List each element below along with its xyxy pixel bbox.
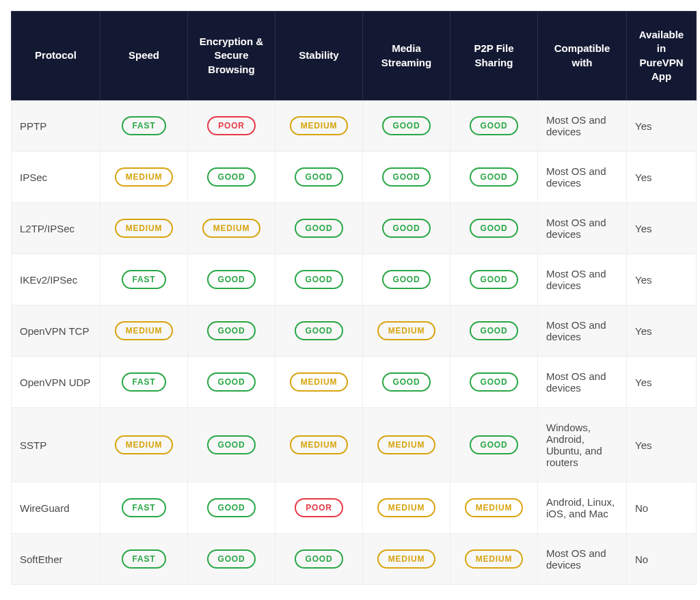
cell-speed: FAST <box>100 357 188 408</box>
cell-compatible: Most OS and devices <box>538 254 627 305</box>
table-body: PPTPFASTPOORMEDIUMGOODGOODMost OS and de… <box>12 100 697 585</box>
cell-speed: FAST <box>100 254 188 305</box>
media-badge: GOOD <box>382 116 431 135</box>
media-badge: GOOD <box>382 219 431 238</box>
header-compatible: Compatible with <box>538 12 627 100</box>
cell-media: GOOD <box>363 100 450 152</box>
header-stability: Stability <box>275 12 363 100</box>
p2p-badge: GOOD <box>470 167 519 187</box>
cell-p2p: MEDIUM <box>450 482 538 534</box>
cell-stability: MEDIUM <box>275 357 363 408</box>
cell-available: Yes <box>627 203 697 254</box>
header-available: Available in PureVPN App <box>627 12 697 100</box>
cell-available: No <box>627 534 697 585</box>
header-encryption: Encryption & Secure Browsing <box>188 12 275 100</box>
cell-protocol: L2TP/IPSec <box>12 203 100 254</box>
cell-compatible: Windows, Android, Ubuntu, and routers <box>538 408 627 482</box>
cell-encryption: GOOD <box>188 254 275 305</box>
cell-stability: GOOD <box>275 254 363 305</box>
table-row: SoftEtherFASTGOODGOODMEDIUMMEDIUMMost OS… <box>12 534 697 585</box>
speed-badge: FAST <box>122 549 167 569</box>
encryption-badge: GOOD <box>207 270 256 289</box>
cell-protocol: SoftEther <box>12 534 100 585</box>
cell-available: No <box>627 482 697 534</box>
table-row: IPSecMEDIUMGOODGOODGOODGOODMost OS and d… <box>12 152 697 203</box>
cell-encryption: GOOD <box>188 408 275 482</box>
cell-speed: MEDIUM <box>100 305 188 357</box>
p2p-badge: GOOD <box>470 321 519 340</box>
stability-badge: GOOD <box>295 549 344 569</box>
stability-badge: MEDIUM <box>290 435 348 454</box>
cell-media: GOOD <box>363 152 450 203</box>
cell-stability: MEDIUM <box>275 408 363 482</box>
encryption-badge: GOOD <box>207 549 256 569</box>
encryption-badge: MEDIUM <box>202 219 260 238</box>
cell-media: GOOD <box>363 203 450 254</box>
cell-available: Yes <box>627 305 697 357</box>
cell-stability: GOOD <box>275 305 363 357</box>
speed-badge: FAST <box>122 372 167 392</box>
cell-compatible: Most OS and devices <box>538 534 627 585</box>
cell-p2p: MEDIUM <box>450 534 538 585</box>
cell-p2p: GOOD <box>450 203 538 254</box>
cell-media: GOOD <box>363 357 450 408</box>
cell-encryption: GOOD <box>188 152 275 203</box>
cell-stability: GOOD <box>275 152 363 203</box>
header-media: Media Streaming <box>363 12 450 100</box>
speed-badge: FAST <box>122 498 167 517</box>
cell-speed: FAST <box>100 482 188 534</box>
cell-p2p: GOOD <box>450 305 538 357</box>
p2p-badge: GOOD <box>470 270 519 289</box>
cell-stability: POOR <box>275 482 363 534</box>
cell-compatible: Most OS and devices <box>538 203 627 254</box>
cell-speed: MEDIUM <box>100 203 188 254</box>
table-row: OpenVPN TCPMEDIUMGOODGOODMEDIUMGOODMost … <box>12 305 697 357</box>
cell-protocol: WireGuard <box>12 482 100 534</box>
cell-p2p: GOOD <box>450 152 538 203</box>
cell-available: Yes <box>627 100 697 152</box>
encryption-badge: GOOD <box>207 321 256 340</box>
table-row: OpenVPN UDPFASTGOODMEDIUMGOODGOODMost OS… <box>12 357 697 408</box>
cell-media: MEDIUM <box>363 408 450 482</box>
cell-protocol: PPTP <box>12 100 100 152</box>
table-row: SSTPMEDIUMGOODMEDIUMMEDIUMGOODWindows, A… <box>12 408 697 482</box>
cell-speed: MEDIUM <box>100 152 188 203</box>
cell-media: MEDIUM <box>363 482 450 534</box>
cell-available: Yes <box>627 357 697 408</box>
speed-badge: MEDIUM <box>115 167 173 187</box>
table-row: IKEv2/IPSecFASTGOODGOODGOODGOODMost OS a… <box>12 254 697 305</box>
stability-badge: GOOD <box>295 321 344 340</box>
stability-badge: GOOD <box>295 167 344 187</box>
cell-p2p: GOOD <box>450 100 538 152</box>
encryption-badge: GOOD <box>207 167 256 187</box>
cell-compatible: Android, Linux, iOS, and Mac <box>538 482 627 534</box>
cell-p2p: GOOD <box>450 357 538 408</box>
table-header: Protocol Speed Encryption & Secure Brows… <box>12 12 697 100</box>
table-row: WireGuardFASTGOODPOORMEDIUMMEDIUMAndroid… <box>12 482 697 534</box>
speed-badge: FAST <box>122 116 167 135</box>
media-badge: MEDIUM <box>377 435 435 454</box>
media-badge: MEDIUM <box>377 321 435 340</box>
cell-compatible: Most OS and devices <box>538 305 627 357</box>
cell-media: MEDIUM <box>363 534 450 585</box>
cell-p2p: GOOD <box>450 408 538 482</box>
header-protocol: Protocol <box>12 12 100 100</box>
p2p-badge: MEDIUM <box>465 549 523 569</box>
media-badge: MEDIUM <box>377 549 435 569</box>
cell-speed: FAST <box>100 100 188 152</box>
encryption-badge: GOOD <box>207 372 256 392</box>
cell-compatible: Most OS and devices <box>538 100 627 152</box>
cell-encryption: GOOD <box>188 305 275 357</box>
cell-encryption: POOR <box>188 100 275 152</box>
cell-encryption: GOOD <box>188 357 275 408</box>
stability-badge: MEDIUM <box>290 116 348 135</box>
cell-stability: GOOD <box>275 534 363 585</box>
stability-badge: MEDIUM <box>290 372 348 392</box>
cell-protocol: OpenVPN UDP <box>12 357 100 408</box>
cell-media: MEDIUM <box>363 305 450 357</box>
stability-badge: GOOD <box>295 219 344 238</box>
cell-available: Yes <box>627 408 697 482</box>
cell-protocol: IPSec <box>12 152 100 203</box>
vpn-protocol-table: Protocol Speed Encryption & Secure Brows… <box>11 11 697 585</box>
cell-p2p: GOOD <box>450 254 538 305</box>
